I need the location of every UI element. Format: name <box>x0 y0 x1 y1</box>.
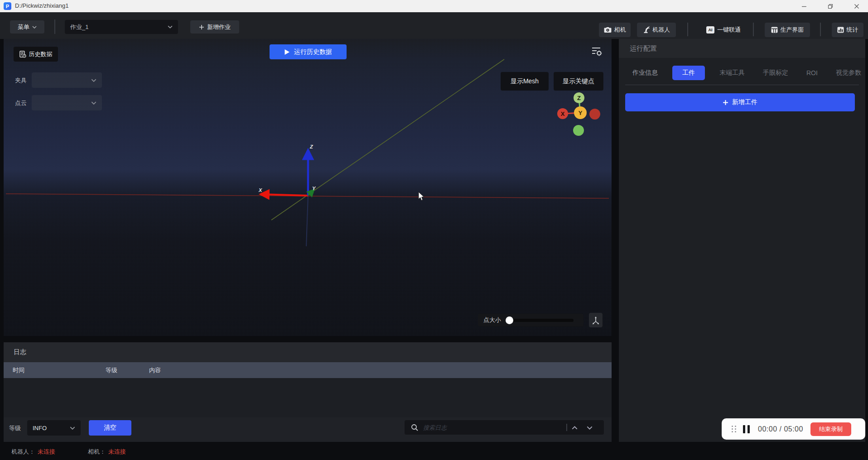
tab-vision-params[interactable]: 视觉参数 <box>832 66 865 80</box>
toolbar-divider <box>54 19 55 34</box>
job-select[interactable]: 作业_1 <box>65 20 178 34</box>
log-title-row: 日志 <box>4 342 612 362</box>
robot-status-label: 机器人： <box>11 448 35 456</box>
window-title: D:/Pickwiz/zhixiang1 <box>15 2 69 9</box>
drag-handle-icon[interactable] <box>732 426 737 432</box>
log-search-input[interactable] <box>423 424 545 431</box>
toolbar-divider <box>753 23 754 36</box>
camera-button[interactable]: 相机 <box>599 23 631 37</box>
log-table-header: 时间 等级 内容 <box>4 362 612 378</box>
show-keypoints-button[interactable]: 显示关键点 <box>554 72 603 91</box>
menu-dropdown[interactable]: 菜单 <box>10 20 44 34</box>
main-toolbar: 菜单 作业_1 新增作业 相机 机器人 <box>0 12 868 39</box>
run-history-button[interactable]: 运行历史数据 <box>270 44 347 59</box>
search-prev-button[interactable] <box>567 421 582 434</box>
point-size-slider-knob[interactable] <box>506 316 513 324</box>
gripper-select[interactable] <box>32 72 102 88</box>
statistics-button[interactable]: 统计 <box>832 23 863 37</box>
show-mesh-button[interactable]: 显示Mesh <box>501 72 549 91</box>
gripper-label: 夹具 <box>15 77 27 85</box>
log-level-select[interactable]: INFO <box>27 420 81 436</box>
viewport-settings-button[interactable] <box>590 44 603 58</box>
titlebar: P D:/Pickwiz/zhixiang1 <box>0 0 868 12</box>
axis-y-label: Y <box>312 186 315 191</box>
tab-end-tool[interactable]: 末端工具 <box>716 66 748 80</box>
robot-label: 机器人 <box>652 26 670 34</box>
add-workpiece-label: 新增工件 <box>732 98 757 106</box>
log-clear-button[interactable]: 清空 <box>89 420 131 436</box>
menu-label: 菜单 <box>18 23 29 31</box>
chevron-down-icon <box>91 101 96 105</box>
pointcloud-select[interactable] <box>32 95 102 110</box>
one-key-connect-button[interactable]: AI 一键联通 <box>700 23 747 37</box>
robot-button[interactable]: 机器人 <box>637 23 676 37</box>
add-workpiece-button[interactable]: 新增工件 <box>625 93 855 111</box>
production-ui-button[interactable]: 生产界面 <box>765 23 810 37</box>
chevron-down-icon <box>70 426 75 430</box>
stop-recording-button[interactable]: 结束录制 <box>810 422 851 436</box>
run-config-header: 运行配置 <box>619 39 865 58</box>
recording-time: 00:00 / 05:00 <box>758 425 803 433</box>
chevron-down-icon <box>587 426 593 430</box>
log-search-box <box>405 420 604 435</box>
play-icon <box>284 49 290 55</box>
one-key-connect-label: 一键联通 <box>717 26 741 34</box>
robot-arm-icon <box>643 26 650 34</box>
chevron-up-icon <box>572 426 578 430</box>
pause-button[interactable] <box>743 425 750 433</box>
maximize-button[interactable] <box>820 0 841 12</box>
camera-status-label: 相机： <box>88 448 106 456</box>
run-history-label: 运行历史数据 <box>294 48 332 56</box>
viewport-3d[interactable]: X Y Z Z X Y 历史数据 运行历史数据 <box>4 39 612 336</box>
plus-icon <box>199 24 204 30</box>
close-button[interactable] <box>846 0 867 12</box>
recording-bar[interactable]: 00:00 / 05:00 结束录制 <box>722 418 865 440</box>
robot-status-value: 未连接 <box>38 448 55 456</box>
tab-job-info[interactable]: 作业信息 <box>629 66 661 80</box>
chevron-down-icon <box>32 26 37 29</box>
log-clear-label: 清空 <box>104 424 116 432</box>
log-col-level: 等级 <box>106 366 149 374</box>
run-config-title: 运行配置 <box>630 44 657 53</box>
pointcloud-label: 点云 <box>15 99 27 107</box>
job-select-value: 作业_1 <box>70 23 168 31</box>
tab-workpiece[interactable]: 工件 <box>672 66 705 80</box>
log-table-body[interactable] <box>4 378 612 417</box>
log-level-value: INFO <box>33 425 70 431</box>
axes-tree-icon <box>591 316 600 325</box>
point-size-slider[interactable] <box>506 319 574 322</box>
point-size-label: 点大小 <box>483 316 501 324</box>
app-logo-icon: P <box>4 2 11 10</box>
tab-roi[interactable]: ROI <box>803 67 821 79</box>
log-controls: 等级 INFO 清空 <box>4 417 612 442</box>
log-panel: 日志 时间 等级 内容 等级 INFO 清空 <box>4 342 612 442</box>
show-mesh-label: 显示Mesh <box>511 77 539 86</box>
camera-status-value: 未连接 <box>108 448 126 456</box>
tree-view-button[interactable] <box>589 313 603 327</box>
axis-z-label: Z <box>310 144 313 149</box>
app-window: P D:/Pickwiz/zhixiang1 菜单 作业_1 新增作业 <box>0 0 868 460</box>
tab-hand-eye-calibration[interactable]: 手眼标定 <box>759 66 792 80</box>
gizmo-minus-z-handle[interactable] <box>573 125 584 136</box>
log-level-label: 等级 <box>9 424 21 432</box>
minimize-button[interactable] <box>794 0 815 12</box>
gizmo-minus-x-handle[interactable] <box>589 109 600 120</box>
statistics-label: 统计 <box>847 26 858 34</box>
history-data-icon <box>19 51 26 58</box>
history-data-button[interactable]: 历史数据 <box>14 47 58 62</box>
gizmo-y-handle[interactable]: Y <box>574 106 587 119</box>
bar-chart-icon <box>837 27 844 33</box>
add-job-button[interactable]: 新增作业 <box>190 20 239 34</box>
run-config-tabs: 作业信息 工件 末端工具 手眼标定 ROI 视觉参数 <box>629 66 855 80</box>
chevron-down-icon <box>91 79 96 82</box>
search-next-button[interactable] <box>582 421 597 434</box>
list-settings-icon <box>590 44 603 58</box>
run-config-panel: 运行配置 作业信息 工件 末端工具 手眼标定 ROI 视觉参数 新增工件 <box>619 39 865 442</box>
camera-icon <box>604 27 612 33</box>
ai-icon: AI <box>706 26 714 34</box>
log-col-time: 时间 <box>13 366 106 374</box>
toolbar-divider <box>687 23 688 36</box>
gizmo-z-handle[interactable]: Z <box>574 92 584 103</box>
status-bar: 机器人： 未连接 相机： 未连接 <box>0 444 868 460</box>
gizmo-x-handle[interactable]: X <box>557 108 568 119</box>
